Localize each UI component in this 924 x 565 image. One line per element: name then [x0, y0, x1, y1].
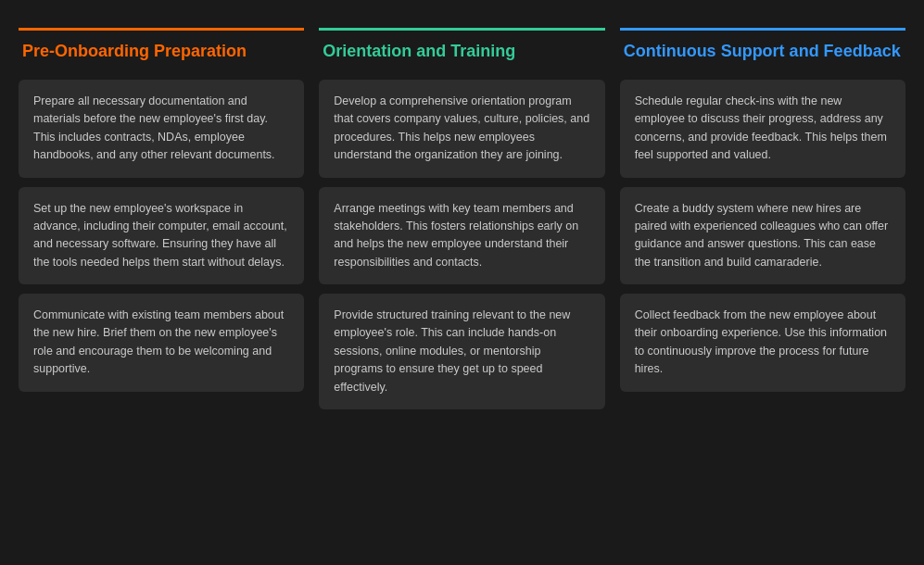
- card-col3-item3: Collect feedback from the new employee a…: [620, 294, 905, 392]
- card-col2-item2: Arrange meetings with key team members a…: [319, 187, 604, 285]
- card-col2-item3: Provide structured training relevant to …: [319, 294, 604, 409]
- card-col1-item1: Prepare all necessary documentation and …: [19, 80, 304, 178]
- card-col1-item1-text: Prepare all necessary documentation and …: [33, 93, 289, 165]
- card-col1-item3-text: Communicate with existing team members a…: [33, 307, 289, 379]
- column-2-header: Orientation and Training: [319, 28, 604, 70]
- column-3-title: Continuous Support and Feedback: [624, 42, 902, 61]
- card-col2-item2-text: Arrange meetings with key team members a…: [334, 200, 589, 272]
- card-col3-item2-text: Create a buddy system where new hires ar…: [635, 200, 891, 272]
- card-col2-item1-text: Develop a comprehensive orientation prog…: [334, 93, 589, 165]
- column-1-title: Pre-Onboarding Preparation: [22, 42, 300, 61]
- card-col1-item2: Set up the new employee's workspace in a…: [19, 187, 304, 285]
- column-2-title: Orientation and Training: [323, 42, 601, 61]
- card-col2-item1: Develop a comprehensive orientation prog…: [319, 80, 604, 178]
- card-col2-item3-text: Provide structured training relevant to …: [334, 307, 589, 396]
- column-1: Pre-Onboarding PreparationPrepare all ne…: [19, 28, 304, 419]
- card-col3-item1: Schedule regular check-ins with the new …: [620, 80, 905, 178]
- column-3: Continuous Support and FeedbackSchedule …: [620, 28, 905, 419]
- columns-container: Pre-Onboarding PreparationPrepare all ne…: [19, 19, 905, 419]
- card-col3-item1-text: Schedule regular check-ins with the new …: [635, 93, 891, 165]
- card-col3-item3-text: Collect feedback from the new employee a…: [635, 307, 891, 379]
- column-2: Orientation and TrainingDevelop a compre…: [319, 28, 604, 419]
- column-3-header: Continuous Support and Feedback: [620, 28, 905, 70]
- card-col1-item3: Communicate with existing team members a…: [19, 294, 304, 392]
- card-col3-item2: Create a buddy system where new hires ar…: [620, 187, 905, 285]
- column-1-header: Pre-Onboarding Preparation: [19, 28, 304, 70]
- card-col1-item2-text: Set up the new employee's workspace in a…: [33, 200, 289, 272]
